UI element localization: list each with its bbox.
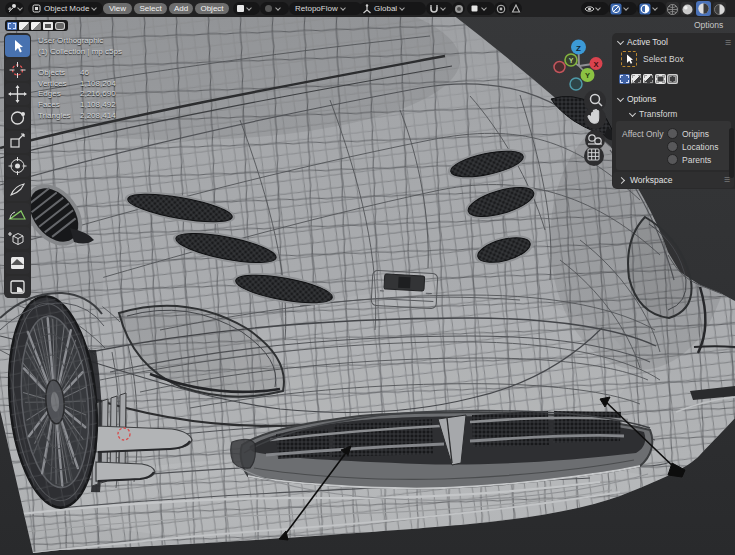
svg-text:Z: Z	[576, 44, 581, 53]
svg-text:Y: Y	[585, 71, 590, 80]
svg-text:X: X	[593, 60, 598, 69]
svg-text:Y: Y	[569, 57, 574, 64]
